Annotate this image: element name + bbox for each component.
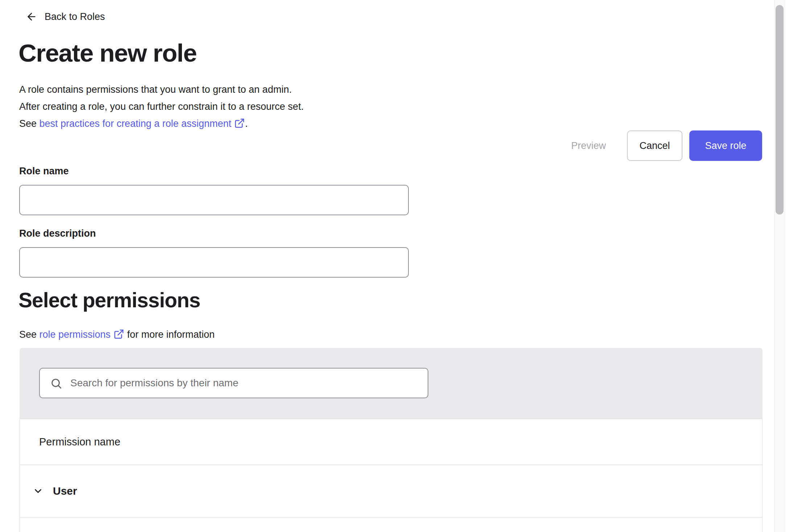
external-link-icon (234, 118, 245, 129)
page-description: A role contains permissions that you wan… (19, 81, 304, 132)
role-name-label: Role name (19, 166, 69, 177)
description-line: A role contains permissions that you wan… (19, 81, 304, 98)
save-role-button[interactable]: Save role (689, 130, 762, 161)
scrollbar-thumb[interactable] (776, 5, 784, 215)
permission-group-label: User (53, 485, 77, 497)
table-row (20, 518, 762, 532)
page-title: Create new role (18, 38, 196, 68)
description-line: After creating a role, you can further c… (19, 98, 304, 115)
description-line: See best practices for creating a role a… (19, 115, 304, 132)
role-permissions-link-label: role permissions (40, 329, 111, 340)
best-practices-link-label: best practices for creating a role assig… (40, 118, 232, 129)
action-bar: Preview Cancel Save role (568, 130, 762, 161)
preview-button[interactable]: Preview (568, 130, 610, 161)
role-description-input[interactable] (19, 247, 409, 278)
role-permissions-link[interactable]: role permissions (40, 329, 125, 340)
description-line-suffix: . (245, 118, 248, 129)
role-name-input[interactable] (19, 185, 409, 215)
search-field (39, 368, 428, 398)
info-line-prefix: See (19, 329, 40, 340)
back-link-label: Back to Roles (45, 11, 105, 22)
best-practices-link[interactable]: best practices for creating a role assig… (40, 118, 245, 129)
info-line-suffix: for more information (124, 329, 215, 340)
permissions-info-line: See role permissions for more informatio… (19, 327, 215, 342)
table-header-row: Permission name (20, 419, 762, 465)
permissions-table: Permission name User (20, 419, 763, 532)
role-description-label: Role description (19, 228, 96, 239)
description-line-prefix: See (19, 118, 40, 129)
permissions-search-input[interactable] (39, 368, 428, 398)
scrollbar-track[interactable] (774, 0, 785, 532)
permission-name-header: Permission name (39, 436, 120, 448)
chevron-down-icon (33, 486, 43, 496)
permission-group-row-user[interactable]: User (20, 465, 762, 518)
select-permissions-heading: Select permissions (18, 288, 200, 312)
permissions-search-panel (20, 348, 763, 419)
external-link-icon (113, 329, 124, 340)
back-to-roles-link[interactable]: Back to Roles (26, 11, 105, 22)
arrow-left-icon (26, 11, 37, 22)
cancel-button[interactable]: Cancel (627, 130, 682, 161)
